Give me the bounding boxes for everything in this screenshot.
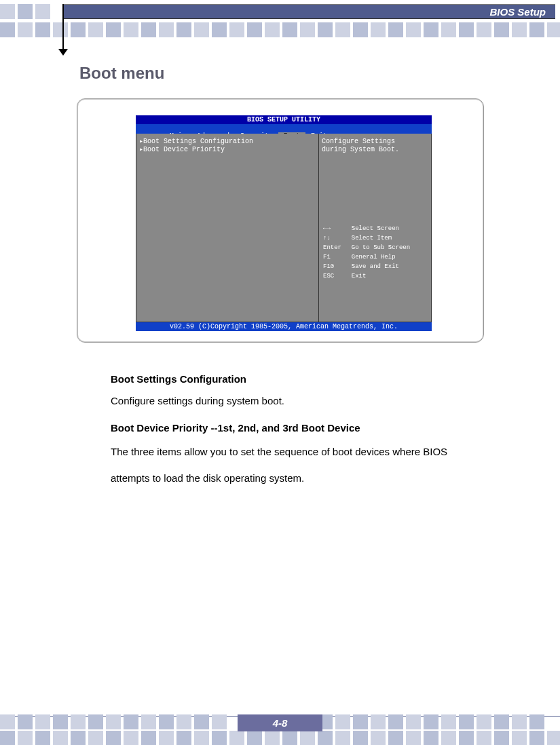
hint-save-exit: Save and Exit <box>352 263 427 271</box>
help-line-1: Configure Settings <box>322 138 428 146</box>
hint-exit: Exit <box>352 272 427 280</box>
bios-body: Boot Settings Configuration Boot Device … <box>136 134 432 322</box>
key-esc: ESC <box>323 272 350 280</box>
heading-boot-settings-configuration: Boot Settings Configuration <box>111 373 491 385</box>
bios-help-text: Configure Settings during System Boot. <box>322 138 428 154</box>
key-f1: F1 <box>323 253 350 261</box>
key-lr-icon: ←→ <box>323 225 350 233</box>
bios-setup-utility: BIOS SETUP UTILITY MainAdvancedSecurityB… <box>136 115 432 331</box>
hint-general-help: General Help <box>352 253 427 261</box>
bios-left-pane: Boot Settings Configuration Boot Device … <box>136 134 319 322</box>
paragraph-2b: attempts to load the disk operating syst… <box>111 472 491 484</box>
figure-frame: BIOS SETUP UTILITY MainAdvancedSecurityB… <box>77 98 484 343</box>
bios-key-hints: ←→Select Screen ↑↓Select Item EnterGo to… <box>322 223 428 282</box>
footer-squares-row2 <box>0 731 560 745</box>
paragraph-1: Configure settings during system boot. <box>111 395 491 406</box>
header-squares-top <box>0 4 53 19</box>
key-f10: F10 <box>323 263 350 271</box>
page-footer: 4-8 <box>0 704 560 745</box>
heading-boot-device-priority: Boot Device Priority --1st, 2nd, and 3rd… <box>111 422 491 434</box>
arrow-line <box>62 4 64 52</box>
bios-footer: v02.59 (C)Copyright 1985-2005, American … <box>136 322 432 331</box>
header-squares-bottom <box>0 22 560 37</box>
paragraph-2a: The three items allow you to set the seq… <box>111 446 491 457</box>
header-title: BIOS Setup <box>489 6 546 18</box>
help-line-2: during System Boot. <box>322 146 428 154</box>
bios-right-pane: Configure Settings during System Boot. ←… <box>319 134 432 322</box>
page-number: 4-8 <box>238 714 322 731</box>
header-bar: BIOS Setup <box>62 4 555 19</box>
menu-item-boot-device-priority[interactable]: Boot Device Priority <box>139 146 316 154</box>
hint-sub-screen: Go to Sub Screen <box>352 244 427 252</box>
bios-title: BIOS SETUP UTILITY <box>136 115 432 124</box>
page-header: BIOS Setup <box>0 0 560 37</box>
key-enter: Enter <box>323 244 350 252</box>
bios-menubar: MainAdvancedSecurityBootExit <box>136 124 432 134</box>
section-title: Boot menu <box>79 64 164 83</box>
key-ud-icon: ↑↓ <box>323 234 350 242</box>
menu-item-boot-settings-configuration[interactable]: Boot Settings Configuration <box>139 138 316 146</box>
arrow-down-icon <box>58 49 68 56</box>
hint-select-item: Select Item <box>352 234 427 242</box>
hint-select-screen: Select Screen <box>352 225 427 233</box>
